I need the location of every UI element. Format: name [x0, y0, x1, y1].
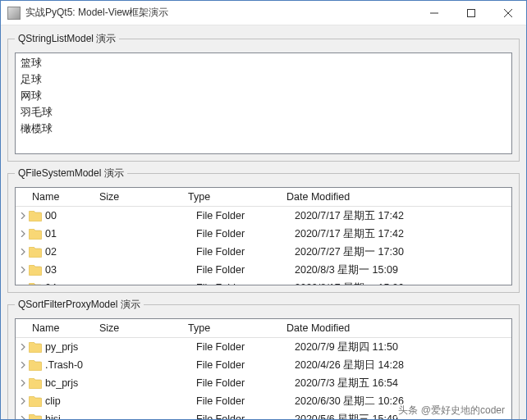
groupbox-stringlist: QStringListModel 演示 篮球足球网球羽毛球橄榄球: [7, 32, 520, 162]
cell-name: clip: [45, 395, 108, 407]
filesystem-view[interactable]: Name Size Type Date Modified 00File Fold…: [15, 187, 512, 285]
chevron-right-icon: [20, 362, 26, 368]
cell-name: 02: [45, 246, 108, 258]
header-type[interactable]: Type: [183, 188, 282, 206]
expander[interactable]: [16, 362, 27, 368]
stringlist-view[interactable]: 篮球足球网球羽毛球橄榄球: [15, 52, 512, 154]
chevron-right-icon: [20, 344, 26, 350]
header-name[interactable]: Name: [16, 188, 94, 206]
list-item[interactable]: 羽毛球: [19, 104, 508, 121]
window-controls: [415, 1, 526, 25]
cell-date: 2020/8/17 星期一 15:26: [295, 281, 511, 286]
app-icon: [7, 7, 21, 20]
groupbox-filesystem-label: QFileSystemModel 演示: [15, 167, 127, 180]
header-size[interactable]: Size: [94, 188, 183, 206]
table-row[interactable]: .Trash-0File Folder2020/4/26 星期日 14:28: [16, 356, 511, 374]
tree-header[interactable]: Name Size Type Date Modified: [16, 188, 511, 207]
expander[interactable]: [16, 344, 27, 350]
cell-date: 2020/7/3 星期五 16:54: [295, 377, 511, 390]
titlebar[interactable]: 实战PyQt5: Model-View框架演示: [1, 1, 526, 25]
cell-name: 04: [45, 282, 108, 285]
header-size[interactable]: Size: [94, 319, 183, 337]
chevron-right-icon: [20, 416, 26, 419]
cell-name: hisi: [45, 413, 108, 419]
cell-name: 00: [45, 210, 108, 221]
folder-icon: [29, 211, 42, 221]
cell-date: 2020/6/30 星期二 10:26: [295, 395, 511, 409]
folder-icon: [29, 378, 42, 389]
table-row[interactable]: 02File Folder2020/7/27 星期一 17:30: [16, 243, 511, 261]
cell-name: .Trash-0: [45, 359, 108, 371]
table-row[interactable]: 01File Folder2020/7/17 星期五 17:42: [16, 225, 511, 243]
expander[interactable]: [16, 398, 27, 404]
window-title: 实战PyQt5: Model-View框架演示: [25, 6, 415, 20]
chevron-right-icon: [20, 285, 26, 285]
cell-date: 2020/5/6 星期三 15:49: [295, 413, 511, 420]
folder-icon: [29, 396, 42, 407]
sortfilter-view[interactable]: Name Size Type Date Modified py_prjsFile…: [15, 318, 512, 419]
groupbox-sortfilter-label: QSortFilterProxyModel 演示: [15, 298, 144, 312]
cell-date: 2020/7/27 星期一 17:30: [295, 245, 511, 259]
table-row[interactable]: bc_prjsFile Folder2020/7/3 星期五 16:54: [16, 374, 511, 392]
table-row[interactable]: 00File Folder2020/7/17 星期五 17:42: [16, 207, 511, 225]
cell-type: File Folder: [196, 228, 295, 240]
close-icon: [504, 9, 512, 17]
table-row[interactable]: clipFile Folder2020/6/30 星期二 10:26: [16, 392, 511, 410]
table-row[interactable]: 04File Folder2020/8/17 星期一 15:26: [16, 279, 511, 285]
list-item[interactable]: 篮球: [19, 55, 508, 71]
cell-date: 2020/7/17 星期五 17:42: [295, 227, 511, 241]
tree-body: py_prjsFile Folder2020/7/9 星期四 11:50.Tra…: [16, 338, 511, 419]
folder-icon: [29, 283, 42, 286]
folder-icon: [29, 414, 42, 420]
cell-type: File Folder: [196, 264, 295, 276]
list-item[interactable]: 橄榄球: [19, 121, 508, 137]
tree-header[interactable]: Name Size Type Date Modified: [16, 319, 511, 338]
client-area: QStringListModel 演示 篮球足球网球羽毛球橄榄球 QFileSy…: [1, 25, 526, 419]
maximize-icon: [467, 9, 475, 17]
table-row[interactable]: hisiFile Folder2020/5/6 星期三 15:49: [16, 410, 511, 419]
expander[interactable]: [16, 416, 27, 419]
folder-icon: [29, 342, 42, 353]
cell-date: 2020/4/26 星期日 14:28: [295, 358, 511, 372]
cell-type: File Folder: [196, 341, 295, 353]
expander[interactable]: [16, 285, 27, 285]
folder-icon: [29, 247, 42, 258]
list-item[interactable]: 网球: [19, 88, 508, 104]
tree-body: 00File Folder2020/7/17 星期五 17:4201File F…: [16, 207, 511, 285]
app-window: 实战PyQt5: Model-View框架演示 QStringListModel…: [0, 0, 527, 420]
chevron-right-icon: [20, 249, 26, 255]
expander[interactable]: [16, 267, 27, 273]
cell-type: File Folder: [196, 359, 295, 371]
maximize-button[interactable]: [452, 1, 489, 25]
header-name[interactable]: Name: [16, 319, 94, 337]
cell-type: File Folder: [196, 210, 295, 221]
cell-type: File Folder: [196, 246, 295, 258]
cell-name: 01: [45, 228, 108, 240]
chevron-right-icon: [20, 212, 26, 219]
cell-type: File Folder: [196, 282, 295, 285]
cell-type: File Folder: [196, 413, 295, 419]
expander[interactable]: [16, 249, 27, 255]
table-row[interactable]: 03File Folder2020/8/3 星期一 15:09: [16, 261, 511, 279]
cell-type: File Folder: [196, 377, 295, 389]
chevron-right-icon: [20, 398, 26, 404]
cell-date: 2020/7/9 星期四 11:50: [295, 340, 511, 354]
minimize-icon: [430, 9, 438, 17]
cell-name: 03: [45, 264, 108, 276]
folder-icon: [29, 229, 42, 240]
expander[interactable]: [16, 380, 27, 386]
expander[interactable]: [16, 212, 27, 219]
header-date[interactable]: Date Modified: [282, 319, 511, 337]
chevron-right-icon: [20, 267, 26, 273]
minimize-button[interactable]: [415, 1, 452, 25]
expander[interactable]: [16, 231, 27, 237]
header-type[interactable]: Type: [183, 319, 282, 337]
close-button[interactable]: [489, 1, 526, 25]
header-date[interactable]: Date Modified: [282, 188, 511, 206]
folder-icon: [29, 360, 42, 371]
list-item[interactable]: 足球: [19, 71, 508, 88]
groupbox-stringlist-label: QStringListModel 演示: [15, 32, 119, 46]
cell-date: 2020/8/3 星期一 15:09: [295, 263, 511, 277]
groupbox-filesystem: QFileSystemModel 演示 Name Size Type Date …: [7, 167, 520, 293]
table-row[interactable]: py_prjsFile Folder2020/7/9 星期四 11:50: [16, 338, 511, 356]
